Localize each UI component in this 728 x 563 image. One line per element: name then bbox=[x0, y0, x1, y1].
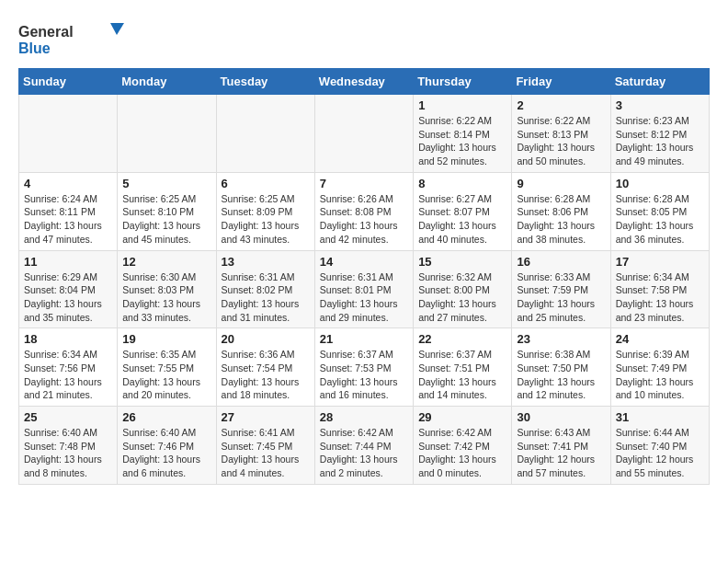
calendar-cell: 26Sunrise: 6:40 AM Sunset: 7:46 PM Dayli… bbox=[118, 407, 216, 485]
calendar-cell: 28Sunrise: 6:42 AM Sunset: 7:44 PM Dayli… bbox=[314, 407, 413, 485]
day-info: Sunrise: 6:38 AM Sunset: 7:50 PM Dayligh… bbox=[517, 348, 605, 402]
calendar-cell: 15Sunrise: 6:32 AM Sunset: 8:00 PM Dayli… bbox=[414, 250, 512, 328]
calendar-cell: 31Sunrise: 6:44 AM Sunset: 7:40 PM Dayli… bbox=[610, 407, 709, 485]
day-info: Sunrise: 6:33 AM Sunset: 7:59 PM Dayligh… bbox=[517, 270, 605, 325]
calendar-week-row: 4Sunrise: 6:24 AM Sunset: 8:11 PM Daylig… bbox=[19, 172, 710, 250]
day-info: Sunrise: 6:40 AM Sunset: 7:46 PM Dayligh… bbox=[122, 426, 210, 480]
day-info: Sunrise: 6:32 AM Sunset: 8:00 PM Dayligh… bbox=[418, 270, 506, 325]
day-number: 7 bbox=[320, 177, 408, 190]
day-info: Sunrise: 6:24 AM Sunset: 8:11 PM Dayligh… bbox=[24, 192, 112, 247]
calendar-week-row: 25Sunrise: 6:40 AM Sunset: 7:48 PM Dayli… bbox=[19, 407, 710, 485]
day-info: Sunrise: 6:22 AM Sunset: 8:14 PM Dayligh… bbox=[418, 114, 506, 168]
day-info: Sunrise: 6:28 AM Sunset: 8:06 PM Dayligh… bbox=[517, 192, 605, 247]
day-number: 13 bbox=[222, 255, 310, 269]
calendar-cell: 7Sunrise: 6:26 AM Sunset: 8:08 PM Daylig… bbox=[314, 172, 413, 250]
weekday-header: Saturday bbox=[610, 69, 709, 95]
day-info: Sunrise: 6:25 AM Sunset: 8:10 PM Dayligh… bbox=[122, 192, 210, 247]
day-number: 11 bbox=[24, 255, 112, 269]
calendar-cell: 27Sunrise: 6:41 AM Sunset: 7:45 PM Dayli… bbox=[216, 407, 314, 485]
calendar-cell: 30Sunrise: 6:43 AM Sunset: 7:41 PM Dayli… bbox=[512, 407, 610, 485]
day-number: 2 bbox=[517, 98, 605, 112]
calendar-cell: 1Sunrise: 6:22 AM Sunset: 8:14 PM Daylig… bbox=[414, 95, 512, 173]
calendar-cell: 21Sunrise: 6:37 AM Sunset: 7:53 PM Dayli… bbox=[314, 328, 413, 407]
day-info: Sunrise: 6:41 AM Sunset: 7:45 PM Dayligh… bbox=[222, 426, 310, 480]
day-info: Sunrise: 6:34 AM Sunset: 7:58 PM Dayligh… bbox=[616, 270, 704, 325]
day-number: 20 bbox=[222, 332, 310, 346]
day-number: 16 bbox=[517, 255, 605, 269]
day-number: 1 bbox=[418, 98, 506, 112]
day-number: 8 bbox=[418, 177, 506, 190]
day-number: 22 bbox=[418, 332, 506, 346]
day-info: Sunrise: 6:22 AM Sunset: 8:13 PM Dayligh… bbox=[517, 114, 605, 168]
calendar-cell: 25Sunrise: 6:40 AM Sunset: 7:48 PM Dayli… bbox=[19, 407, 118, 485]
svg-text:General: General bbox=[18, 24, 74, 40]
calendar-table: SundayMondayTuesdayWednesdayThursdayFrid… bbox=[18, 68, 710, 485]
day-info: Sunrise: 6:31 AM Sunset: 8:01 PM Dayligh… bbox=[320, 270, 408, 325]
day-number: 14 bbox=[320, 255, 408, 269]
day-number: 25 bbox=[24, 410, 112, 424]
calendar-cell bbox=[118, 95, 216, 173]
day-number: 6 bbox=[222, 177, 310, 190]
day-number: 26 bbox=[122, 410, 210, 424]
day-number: 4 bbox=[24, 177, 112, 190]
calendar-cell: 14Sunrise: 6:31 AM Sunset: 8:01 PM Dayli… bbox=[314, 250, 413, 328]
calendar-cell: 18Sunrise: 6:34 AM Sunset: 7:56 PM Dayli… bbox=[19, 328, 118, 407]
calendar-cell: 16Sunrise: 6:33 AM Sunset: 7:59 PM Dayli… bbox=[512, 250, 610, 328]
day-number: 9 bbox=[517, 177, 605, 190]
weekday-header: Sunday bbox=[19, 69, 118, 95]
calendar-week-row: 11Sunrise: 6:29 AM Sunset: 8:04 PM Dayli… bbox=[19, 250, 710, 328]
day-info: Sunrise: 6:37 AM Sunset: 7:53 PM Dayligh… bbox=[320, 348, 408, 402]
day-number: 17 bbox=[616, 255, 704, 269]
weekday-header: Wednesday bbox=[314, 69, 413, 95]
calendar-cell: 5Sunrise: 6:25 AM Sunset: 8:10 PM Daylig… bbox=[118, 172, 216, 250]
svg-marker-2 bbox=[110, 23, 124, 35]
day-info: Sunrise: 6:42 AM Sunset: 7:42 PM Dayligh… bbox=[418, 426, 506, 480]
day-number: 31 bbox=[616, 410, 704, 424]
logo: General Blue bbox=[18, 18, 129, 59]
day-number: 21 bbox=[320, 332, 408, 346]
calendar-cell bbox=[216, 95, 314, 173]
day-number: 27 bbox=[222, 410, 310, 424]
svg-text:Blue: Blue bbox=[18, 40, 51, 56]
calendar-cell: 29Sunrise: 6:42 AM Sunset: 7:42 PM Dayli… bbox=[414, 407, 512, 485]
day-info: Sunrise: 6:35 AM Sunset: 7:55 PM Dayligh… bbox=[122, 348, 210, 402]
weekday-header: Friday bbox=[512, 69, 610, 95]
calendar-cell: 10Sunrise: 6:28 AM Sunset: 8:05 PM Dayli… bbox=[610, 172, 709, 250]
page-header: General Blue bbox=[18, 18, 710, 59]
day-number: 28 bbox=[320, 410, 408, 424]
day-number: 15 bbox=[418, 255, 506, 269]
day-number: 24 bbox=[616, 332, 704, 346]
day-info: Sunrise: 6:31 AM Sunset: 8:02 PM Dayligh… bbox=[222, 270, 310, 325]
calendar-cell: 6Sunrise: 6:25 AM Sunset: 8:09 PM Daylig… bbox=[216, 172, 314, 250]
day-number: 30 bbox=[517, 410, 605, 424]
calendar-cell: 22Sunrise: 6:37 AM Sunset: 7:51 PM Dayli… bbox=[414, 328, 512, 407]
day-number: 10 bbox=[616, 177, 704, 190]
calendar-cell: 23Sunrise: 6:38 AM Sunset: 7:50 PM Dayli… bbox=[512, 328, 610, 407]
day-number: 19 bbox=[122, 332, 210, 346]
day-number: 23 bbox=[517, 332, 605, 346]
day-info: Sunrise: 6:23 AM Sunset: 8:12 PM Dayligh… bbox=[616, 114, 704, 168]
calendar-cell: 24Sunrise: 6:39 AM Sunset: 7:49 PM Dayli… bbox=[610, 328, 709, 407]
day-number: 12 bbox=[122, 255, 210, 269]
day-info: Sunrise: 6:36 AM Sunset: 7:54 PM Dayligh… bbox=[222, 348, 310, 402]
weekday-header: Tuesday bbox=[216, 69, 314, 95]
calendar-cell: 17Sunrise: 6:34 AM Sunset: 7:58 PM Dayli… bbox=[610, 250, 709, 328]
weekday-header: Monday bbox=[118, 69, 216, 95]
day-number: 29 bbox=[418, 410, 506, 424]
day-info: Sunrise: 6:42 AM Sunset: 7:44 PM Dayligh… bbox=[320, 426, 408, 480]
calendar-cell: 3Sunrise: 6:23 AM Sunset: 8:12 PM Daylig… bbox=[610, 95, 709, 173]
calendar-cell: 13Sunrise: 6:31 AM Sunset: 8:02 PM Dayli… bbox=[216, 250, 314, 328]
calendar-cell bbox=[314, 95, 413, 173]
calendar-cell: 2Sunrise: 6:22 AM Sunset: 8:13 PM Daylig… bbox=[512, 95, 610, 173]
calendar-cell: 19Sunrise: 6:35 AM Sunset: 7:55 PM Dayli… bbox=[118, 328, 216, 407]
calendar-cell bbox=[19, 95, 118, 173]
day-info: Sunrise: 6:28 AM Sunset: 8:05 PM Dayligh… bbox=[616, 192, 704, 247]
calendar-cell: 20Sunrise: 6:36 AM Sunset: 7:54 PM Dayli… bbox=[216, 328, 314, 407]
day-info: Sunrise: 6:44 AM Sunset: 7:40 PM Dayligh… bbox=[616, 426, 704, 480]
day-number: 5 bbox=[122, 177, 210, 190]
day-info: Sunrise: 6:30 AM Sunset: 8:03 PM Dayligh… bbox=[122, 270, 210, 325]
day-info: Sunrise: 6:37 AM Sunset: 7:51 PM Dayligh… bbox=[418, 348, 506, 402]
logo-svg: General Blue bbox=[18, 18, 129, 59]
day-info: Sunrise: 6:29 AM Sunset: 8:04 PM Dayligh… bbox=[24, 270, 112, 325]
day-number: 18 bbox=[24, 332, 112, 346]
